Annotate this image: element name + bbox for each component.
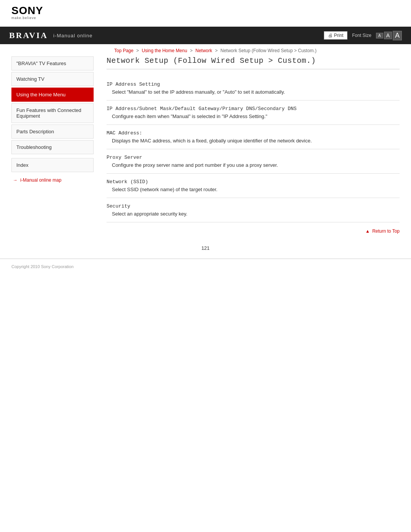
sony-tagline: make.believe xyxy=(11,16,400,20)
breadcrumb-sep-2: > xyxy=(190,48,193,53)
section-heading-ip-subnet: IP Address/Subnet Mask/Default Gateway/P… xyxy=(107,106,400,112)
section-heading-security: Security xyxy=(107,203,400,209)
print-label: Print xyxy=(334,33,344,38)
section-ip-subnet: IP Address/Subnet Mask/Default Gateway/P… xyxy=(107,101,400,125)
nav-bar: BRAVIA i-Manual online 🖨 Print Font Size… xyxy=(0,27,411,44)
print-icon: 🖨 xyxy=(328,33,333,38)
font-large-button[interactable]: A xyxy=(393,31,402,40)
sony-wordmark: SONY xyxy=(11,5,400,16)
section-desc-ip-subnet: Configure each item when "Manual" is sel… xyxy=(107,113,400,119)
section-desc-network-ssid: Select SSID (network name) of the target… xyxy=(107,187,400,192)
sidebar-item-fun-features[interactable]: Fun Features with Connected Equipment xyxy=(11,103,94,123)
content-area: Network Setup (Follow Wired Setup > Cust… xyxy=(99,56,400,238)
imanual-subtitle: i-Manual online xyxy=(53,33,92,38)
font-size-buttons: A A A xyxy=(376,31,402,40)
breadcrumb-sep-1: > xyxy=(136,48,139,53)
section-heading-ip-address-setting: IP Address Setting xyxy=(107,81,400,87)
sidebar-item-bravia-features[interactable]: "BRAVIA" TV Features xyxy=(11,56,94,70)
breadcrumb-home-menu[interactable]: Using the Home Menu xyxy=(142,48,187,53)
bravia-brand: BRAVIA xyxy=(9,30,48,40)
breadcrumb-top-page[interactable]: Top Page xyxy=(114,48,134,53)
section-mac-address: MAC Address: Displays the MAC address, w… xyxy=(107,125,400,149)
sidebar-item-troubleshooting[interactable]: Troubleshooting xyxy=(11,140,94,154)
return-to-top: ▲ Return to Top xyxy=(107,222,400,238)
sidebar-map-label: i-Manual online map xyxy=(20,177,61,183)
font-medium-button[interactable]: A xyxy=(384,32,392,39)
section-heading-proxy-server: Proxy Server xyxy=(107,155,400,160)
section-desc-security: Select an appropriate security key. xyxy=(107,211,400,217)
triangle-up-icon: ▲ xyxy=(365,228,370,234)
sony-logo: SONY make.believe xyxy=(11,5,400,20)
sidebar-item-parts-description[interactable]: Parts Description xyxy=(11,125,94,139)
section-desc-proxy-server: Configure the proxy server name and port… xyxy=(107,162,400,168)
footer: Copyright 2010 Sony Corporation xyxy=(0,259,411,274)
sidebar-item-index[interactable]: Index xyxy=(11,158,94,172)
fontsize-label: Font Size xyxy=(352,33,371,38)
page-number: 121 xyxy=(0,245,411,251)
section-heading-mac-address: MAC Address: xyxy=(107,130,400,136)
nav-right-group: 🖨 Print Font Size A A A xyxy=(324,31,402,40)
bravia-title-group: BRAVIA i-Manual online xyxy=(9,30,92,40)
return-to-top-link[interactable]: ▲ Return to Top xyxy=(365,228,400,234)
section-network-ssid: Network (SSID) Select SSID (network name… xyxy=(107,174,400,198)
section-proxy-server: Proxy Server Configure the proxy server … xyxy=(107,149,400,174)
sidebar-item-watching-tv[interactable]: Watching TV xyxy=(11,72,94,86)
section-heading-network-ssid: Network (SSID) xyxy=(107,179,400,185)
font-small-button[interactable]: A xyxy=(376,33,383,38)
main-layout: "BRAVIA" TV Features Watching TV Using t… xyxy=(0,56,411,238)
breadcrumb-sep-3: > xyxy=(215,48,218,53)
print-button[interactable]: 🖨 Print xyxy=(324,31,348,40)
breadcrumb-current: Network Setup (Follow Wired Setup > Cust… xyxy=(220,48,316,53)
section-ip-address-setting: IP Address Setting Select "Manual" to se… xyxy=(107,76,400,101)
copyright-text: Copyright 2010 Sony Corporation xyxy=(11,264,73,269)
arrow-right-icon: → xyxy=(13,177,18,183)
return-to-top-label: Return to Top xyxy=(372,228,400,234)
top-bar: SONY make.believe xyxy=(0,0,411,24)
sidebar-item-using-home-menu[interactable]: Using the Home Menu xyxy=(11,88,94,102)
section-desc-mac-address: Displays the MAC address, which is a fix… xyxy=(107,138,400,144)
sidebar-map-link[interactable]: → i-Manual online map xyxy=(11,177,94,183)
page-title: Network Setup (Follow Wired Setup > Cust… xyxy=(107,56,400,69)
sidebar: "BRAVIA" TV Features Watching TV Using t… xyxy=(11,56,99,238)
section-desc-ip-address-setting: Select "Manual" to set the IP address ma… xyxy=(107,89,400,95)
section-security: Security Select an appropriate security … xyxy=(107,198,400,222)
breadcrumb: Top Page > Using the Home Menu > Network… xyxy=(0,44,411,56)
breadcrumb-network[interactable]: Network xyxy=(196,48,212,53)
